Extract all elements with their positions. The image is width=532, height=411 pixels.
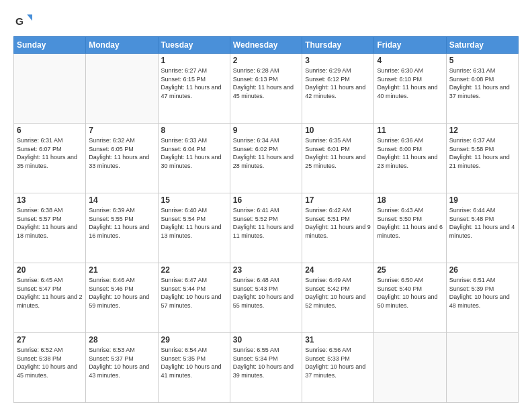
header-cell-monday: Monday	[86, 37, 158, 54]
day-info: Sunrise: 6:29 AM Sunset: 6:12 PM Dayligh…	[305, 66, 371, 100]
day-number: 21	[89, 265, 154, 275]
day-number: 12	[449, 126, 515, 135]
calendar-cell	[14, 54, 86, 124]
calendar-cell: 11Sunrise: 6:36 AM Sunset: 6:00 PM Dayli…	[374, 124, 446, 193]
header-cell-friday: Friday	[374, 37, 446, 54]
day-info: Sunrise: 6:31 AM Sunset: 6:07 PM Dayligh…	[17, 136, 83, 170]
calendar-week-row: 1Sunrise: 6:27 AM Sunset: 6:15 PM Daylig…	[14, 54, 519, 124]
day-number: 7	[89, 126, 154, 135]
calendar-cell: 27Sunrise: 6:52 AM Sunset: 5:38 PM Dayli…	[14, 333, 86, 403]
calendar-cell: 1Sunrise: 6:27 AM Sunset: 6:15 PM Daylig…	[158, 54, 230, 124]
day-info: Sunrise: 6:45 AM Sunset: 5:47 PM Dayligh…	[17, 276, 83, 310]
calendar-cell: 26Sunrise: 6:51 AM Sunset: 5:39 PM Dayli…	[446, 263, 518, 333]
day-number: 17	[305, 195, 371, 205]
day-number: 29	[161, 335, 227, 345]
day-info: Sunrise: 6:56 AM Sunset: 5:33 PM Dayligh…	[305, 346, 371, 379]
calendar-cell: 30Sunrise: 6:55 AM Sunset: 5:34 PM Dayli…	[230, 333, 302, 403]
calendar-cell: 28Sunrise: 6:53 AM Sunset: 5:37 PM Dayli…	[86, 333, 158, 403]
day-info: Sunrise: 6:42 AM Sunset: 5:51 PM Dayligh…	[305, 206, 371, 240]
day-number: 2	[233, 56, 299, 65]
day-number: 28	[89, 335, 154, 345]
day-number: 31	[305, 335, 371, 345]
calendar-cell: 10Sunrise: 6:35 AM Sunset: 6:01 PM Dayli…	[302, 124, 374, 193]
calendar-table: SundayMondayTuesdayWednesdayThursdayFrid…	[13, 36, 519, 403]
calendar-cell: 2Sunrise: 6:28 AM Sunset: 6:13 PM Daylig…	[230, 54, 302, 124]
day-info: Sunrise: 6:36 AM Sunset: 6:00 PM Dayligh…	[377, 136, 443, 170]
day-info: Sunrise: 6:54 AM Sunset: 5:35 PM Dayligh…	[161, 346, 227, 379]
calendar-cell: 22Sunrise: 6:47 AM Sunset: 5:44 PM Dayli…	[158, 263, 230, 333]
logo: G	[13, 13, 34, 32]
calendar-cell: 29Sunrise: 6:54 AM Sunset: 5:35 PM Dayli…	[158, 333, 230, 403]
day-info: Sunrise: 6:28 AM Sunset: 6:13 PM Dayligh…	[233, 66, 299, 100]
day-info: Sunrise: 6:41 AM Sunset: 5:52 PM Dayligh…	[233, 206, 299, 240]
day-info: Sunrise: 6:33 AM Sunset: 6:04 PM Dayligh…	[161, 136, 227, 170]
day-number: 23	[233, 265, 299, 275]
calendar-week-row: 20Sunrise: 6:45 AM Sunset: 5:47 PM Dayli…	[14, 263, 519, 333]
day-info: Sunrise: 6:32 AM Sunset: 6:05 PM Dayligh…	[89, 136, 154, 170]
calendar-cell: 31Sunrise: 6:56 AM Sunset: 5:33 PM Dayli…	[302, 333, 374, 403]
day-number: 19	[449, 195, 515, 205]
svg-text:G: G	[15, 15, 24, 27]
calendar-week-row: 27Sunrise: 6:52 AM Sunset: 5:38 PM Dayli…	[14, 333, 519, 403]
header-cell-wednesday: Wednesday	[230, 37, 302, 54]
day-number: 20	[17, 265, 83, 275]
calendar-week-row: 13Sunrise: 6:38 AM Sunset: 5:57 PM Dayli…	[14, 193, 519, 263]
day-info: Sunrise: 6:40 AM Sunset: 5:54 PM Dayligh…	[161, 206, 227, 240]
calendar-cell: 7Sunrise: 6:32 AM Sunset: 6:05 PM Daylig…	[86, 124, 158, 193]
header-cell-tuesday: Tuesday	[158, 37, 230, 54]
day-number: 5	[449, 56, 515, 65]
day-info: Sunrise: 6:27 AM Sunset: 6:15 PM Dayligh…	[161, 66, 227, 100]
day-number: 8	[161, 126, 227, 135]
calendar-cell	[446, 333, 518, 403]
calendar-cell	[86, 54, 158, 124]
calendar-cell: 21Sunrise: 6:46 AM Sunset: 5:46 PM Dayli…	[86, 263, 158, 333]
header-cell-sunday: Sunday	[14, 37, 86, 54]
day-number: 4	[377, 56, 443, 65]
logo-icon: G	[13, 13, 32, 32]
day-info: Sunrise: 6:53 AM Sunset: 5:37 PM Dayligh…	[89, 346, 154, 379]
day-info: Sunrise: 6:44 AM Sunset: 5:48 PM Dayligh…	[449, 206, 515, 240]
calendar-cell: 12Sunrise: 6:37 AM Sunset: 5:58 PM Dayli…	[446, 124, 518, 193]
day-info: Sunrise: 6:51 AM Sunset: 5:39 PM Dayligh…	[449, 276, 515, 310]
calendar-cell	[374, 333, 446, 403]
page: G SundayMondayTuesdayWednesdayThursdayFr…	[0, 0, 532, 411]
calendar-week-row: 6Sunrise: 6:31 AM Sunset: 6:07 PM Daylig…	[14, 124, 519, 193]
calendar-cell: 18Sunrise: 6:43 AM Sunset: 5:50 PM Dayli…	[374, 193, 446, 263]
calendar-cell: 20Sunrise: 6:45 AM Sunset: 5:47 PM Dayli…	[14, 263, 86, 333]
calendar-cell: 4Sunrise: 6:30 AM Sunset: 6:10 PM Daylig…	[374, 54, 446, 124]
day-number: 9	[233, 126, 299, 135]
day-info: Sunrise: 6:39 AM Sunset: 5:55 PM Dayligh…	[89, 206, 154, 240]
calendar-cell: 14Sunrise: 6:39 AM Sunset: 5:55 PM Dayli…	[86, 193, 158, 263]
calendar-header-row: SundayMondayTuesdayWednesdayThursdayFrid…	[14, 37, 519, 54]
calendar-cell: 17Sunrise: 6:42 AM Sunset: 5:51 PM Dayli…	[302, 193, 374, 263]
calendar-cell: 5Sunrise: 6:31 AM Sunset: 6:08 PM Daylig…	[446, 54, 518, 124]
day-number: 25	[377, 265, 443, 275]
header-cell-thursday: Thursday	[302, 37, 374, 54]
calendar-cell: 15Sunrise: 6:40 AM Sunset: 5:54 PM Dayli…	[158, 193, 230, 263]
day-number: 30	[233, 335, 299, 345]
day-number: 6	[17, 126, 83, 135]
day-info: Sunrise: 6:37 AM Sunset: 5:58 PM Dayligh…	[449, 136, 515, 170]
day-number: 1	[161, 56, 227, 65]
calendar-cell: 23Sunrise: 6:48 AM Sunset: 5:43 PM Dayli…	[230, 263, 302, 333]
day-number: 14	[89, 195, 154, 205]
calendar-cell: 24Sunrise: 6:49 AM Sunset: 5:42 PM Dayli…	[302, 263, 374, 333]
day-info: Sunrise: 6:38 AM Sunset: 5:57 PM Dayligh…	[17, 206, 83, 240]
calendar-cell: 13Sunrise: 6:38 AM Sunset: 5:57 PM Dayli…	[14, 193, 86, 263]
day-info: Sunrise: 6:34 AM Sunset: 6:02 PM Dayligh…	[233, 136, 299, 170]
day-info: Sunrise: 6:35 AM Sunset: 6:01 PM Dayligh…	[305, 136, 371, 170]
day-info: Sunrise: 6:43 AM Sunset: 5:50 PM Dayligh…	[377, 206, 443, 240]
day-number: 15	[161, 195, 227, 205]
calendar-cell: 6Sunrise: 6:31 AM Sunset: 6:07 PM Daylig…	[14, 124, 86, 193]
day-info: Sunrise: 6:48 AM Sunset: 5:43 PM Dayligh…	[233, 276, 299, 310]
day-number: 27	[17, 335, 83, 345]
day-number: 3	[305, 56, 371, 65]
calendar-cell: 3Sunrise: 6:29 AM Sunset: 6:12 PM Daylig…	[302, 54, 374, 124]
calendar-cell: 16Sunrise: 6:41 AM Sunset: 5:52 PM Dayli…	[230, 193, 302, 263]
day-number: 10	[305, 126, 371, 135]
day-info: Sunrise: 6:31 AM Sunset: 6:08 PM Dayligh…	[449, 66, 515, 100]
calendar-cell: 9Sunrise: 6:34 AM Sunset: 6:02 PM Daylig…	[230, 124, 302, 193]
day-info: Sunrise: 6:52 AM Sunset: 5:38 PM Dayligh…	[17, 346, 83, 379]
calendar-cell: 8Sunrise: 6:33 AM Sunset: 6:04 PM Daylig…	[158, 124, 230, 193]
day-number: 13	[17, 195, 83, 205]
